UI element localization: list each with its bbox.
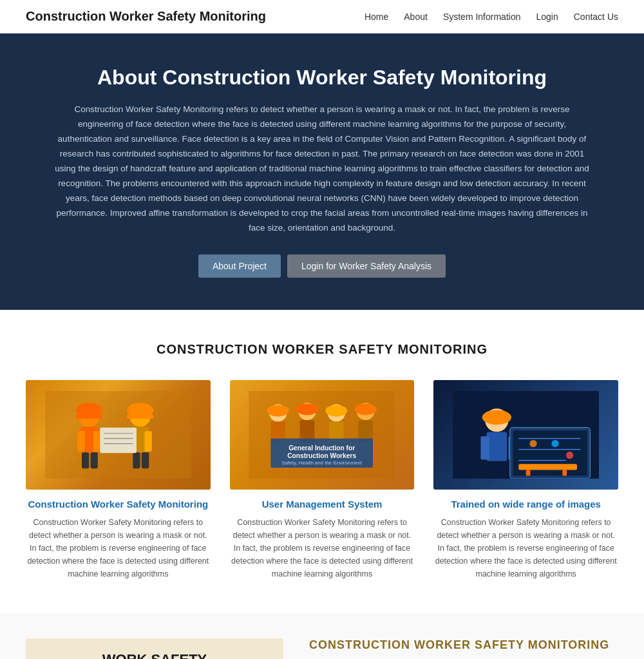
svg-point-51 bbox=[566, 452, 573, 459]
svg-rect-5 bbox=[82, 453, 89, 469]
card-1-image bbox=[26, 380, 211, 490]
svg-rect-42 bbox=[480, 437, 489, 460]
hero-section: About Construction Worker Safety Monitor… bbox=[0, 33, 644, 310]
card-2-image: General Induction for Construction Worke… bbox=[230, 380, 415, 490]
about-project-button[interactable]: About Project bbox=[198, 254, 281, 278]
card-2: General Induction for Construction Worke… bbox=[230, 380, 415, 580]
svg-rect-52 bbox=[518, 464, 577, 470]
card-1-desc: Construction Worker Safety Monitoring re… bbox=[26, 516, 211, 580]
nav-about[interactable]: About bbox=[404, 12, 428, 22]
bottom-image-panel: WORK SAFETY Fall Protection bbox=[26, 638, 283, 659]
svg-point-26 bbox=[296, 404, 318, 415]
svg-rect-53 bbox=[526, 470, 531, 476]
svg-point-40 bbox=[482, 410, 511, 425]
svg-rect-12 bbox=[144, 432, 151, 452]
navbar: Construction Worker Safety Monitoring Ho… bbox=[0, 0, 644, 33]
card-1: Construction Worker Safety Monitoring Co… bbox=[26, 380, 211, 580]
svg-text:General Induction for: General Induction for bbox=[289, 444, 355, 452]
login-worker-safety-button[interactable]: Login for Worker Safety Analysis bbox=[287, 254, 446, 278]
svg-text:Safety, Health and the Environ: Safety, Health and the Environment bbox=[282, 461, 363, 466]
nav-system-info[interactable]: System Information bbox=[443, 12, 521, 22]
svg-rect-13 bbox=[133, 453, 140, 469]
svg-rect-6 bbox=[90, 453, 97, 469]
svg-rect-14 bbox=[142, 453, 149, 469]
svg-rect-41 bbox=[486, 432, 507, 461]
svg-point-23 bbox=[267, 405, 289, 417]
svg-rect-17 bbox=[100, 428, 137, 454]
bottom-section-title: CONSTRUCTION WORKER SAFETY MONITORING bbox=[309, 638, 618, 652]
nav-contact[interactable]: Contact Us bbox=[574, 12, 618, 22]
nav-login[interactable]: Login bbox=[536, 12, 558, 22]
hero-buttons: About Project Login for Worker Safety An… bbox=[52, 254, 592, 278]
card-1-title: Construction Worker Safety Monitoring bbox=[26, 499, 211, 510]
cards-section: CONSTRUCTION WORKER SAFETY MONITORING bbox=[0, 310, 644, 613]
card-3-desc: Construction Worker Safety Monitoring re… bbox=[433, 516, 618, 580]
card-3-title: Trained on wide range of images bbox=[433, 499, 618, 510]
cards-grid: Construction Worker Safety Monitoring Co… bbox=[26, 380, 618, 580]
hero-title: About Construction Worker Safety Monitor… bbox=[52, 66, 592, 90]
hero-description: Construction Worker Safety Monitoring re… bbox=[52, 102, 592, 235]
nav-brand: Construction Worker Safety Monitoring bbox=[26, 9, 266, 24]
svg-point-29 bbox=[326, 405, 348, 417]
svg-point-50 bbox=[551, 440, 558, 447]
svg-text:Construction Workers: Construction Workers bbox=[288, 453, 357, 460]
bottom-section: WORK SAFETY Fall Protection bbox=[0, 613, 644, 659]
svg-rect-4 bbox=[93, 432, 100, 452]
card-2-desc: Construction Worker Safety Monitoring re… bbox=[230, 516, 415, 580]
svg-rect-54 bbox=[562, 470, 567, 476]
nav-links: Home About System Information Login Cont… bbox=[365, 12, 618, 22]
svg-rect-16 bbox=[127, 415, 153, 419]
bottom-text-panel: CONSTRUCTION WORKER SAFETY MONITORING Co… bbox=[309, 638, 618, 659]
nav-home[interactable]: Home bbox=[365, 12, 388, 22]
card-3: Trained on wide range of images Construc… bbox=[433, 380, 618, 580]
svg-point-32 bbox=[355, 404, 377, 415]
svg-point-49 bbox=[529, 440, 536, 447]
work-safety-title: WORK SAFETY bbox=[102, 651, 207, 659]
cards-section-title: CONSTRUCTION WORKER SAFETY MONITORING bbox=[26, 342, 618, 357]
svg-rect-3 bbox=[77, 432, 84, 452]
card-2-title: User Management System bbox=[230, 499, 415, 510]
svg-rect-8 bbox=[76, 415, 102, 419]
card-3-image bbox=[433, 380, 618, 490]
